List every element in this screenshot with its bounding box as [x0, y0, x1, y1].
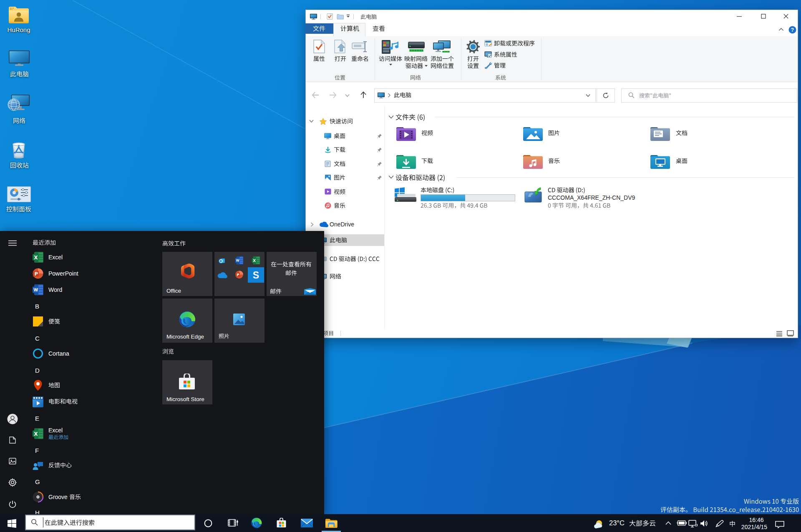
svg-text:?: ? — [791, 27, 794, 33]
svg-text:S: S — [253, 270, 259, 281]
